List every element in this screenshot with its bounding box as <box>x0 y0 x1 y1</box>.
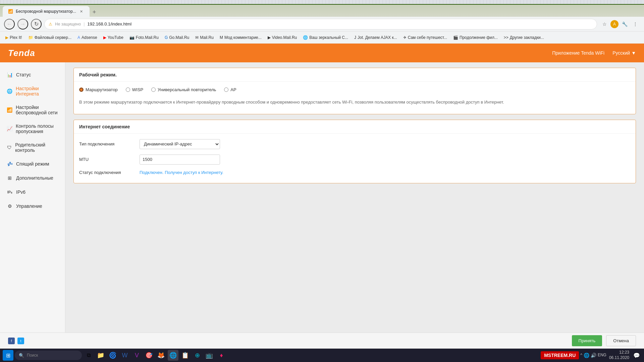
taskbar-explorer-button[interactable]: 📁 <box>95 350 106 361</box>
tab-favicon: 📶 <box>8 9 13 14</box>
bookmark-film[interactable]: 🎬 Продолжение фил... <box>450 34 500 41</box>
bookmark-more[interactable]: >> Другие закладки... <box>501 34 547 41</box>
bookmark-gomail[interactable]: G Go.Mail.Ru <box>162 34 192 41</box>
save-button[interactable]: Принять <box>572 335 602 346</box>
mode-ap-label[interactable]: AP <box>224 87 236 92</box>
explorer-icon: 📁 <box>97 352 104 359</box>
sidebar-item-bandwidth[interactable]: 📈 Контроль полосы пропускания <box>0 119 65 138</box>
taskbar-app10-button[interactable]: 📺 <box>204 350 215 361</box>
bookmark-star-icon[interactable]: ☆ <box>600 19 609 29</box>
address-bar[interactable]: ⚠ Не защищено | 192.168.0.1/index.html <box>44 19 597 29</box>
status-icon: 📊 <box>7 72 13 78</box>
sidebar-item-sleep[interactable]: 💤 Спящий режим <box>0 157 65 171</box>
sidebar-item-wifi[interactable]: 📶 Настройки беспроводной сети <box>0 101 65 119</box>
connection-type-select[interactable]: Динамический IP-адрес PPPoE Статический … <box>140 139 220 149</box>
ipv6-icon: IP₆ <box>7 189 13 195</box>
address-separator: | <box>84 21 85 26</box>
advanced-icon: ⊞ <box>7 175 13 181</box>
tenda-footer: f t Принять Отмена <box>0 333 644 349</box>
footer-social: f t <box>8 338 24 344</box>
profile-icon[interactable]: A <box>610 20 619 28</box>
mode-ap-radio[interactable] <box>224 87 228 92</box>
address-text: 192.168.0.1/index.html <box>88 21 132 26</box>
taskbar-edge-button[interactable]: 🌀 <box>107 350 118 361</box>
app8-icon: 📋 <box>181 352 189 359</box>
twitter-icon[interactable]: t <box>17 338 24 344</box>
taskbar-app9-button[interactable]: ⊕ <box>192 350 203 361</box>
mode-router-radio[interactable] <box>79 87 84 92</box>
task-view-button[interactable]: ⧉ <box>83 350 94 361</box>
sidebar-item-advanced[interactable]: ⊞ Дополнительные <box>0 171 65 185</box>
mtu-row: MTU <box>79 155 630 165</box>
footer-buttons: Принять Отмена <box>572 335 636 346</box>
working-mode-title: Рабочий режим. <box>74 68 636 82</box>
parental-icon: 🛡 <box>7 144 12 150</box>
main-content: Рабочий режим. Маршрутизатор WISP <box>65 62 644 333</box>
tenda-language-selector[interactable]: Русский ▼ <box>612 50 636 56</box>
taskbar-right: ^ 🌐 🔊 ENG 12:23 06.11.2020 💬 <box>580 350 641 360</box>
mode-wisp-radio[interactable] <box>126 87 130 92</box>
bookmark-mirror[interactable]: 🌐 Ваш зеркальный С... <box>300 34 351 41</box>
forward-button[interactable]: → <box>17 19 28 29</box>
sidebar-item-status[interactable]: 📊 Статус <box>0 68 65 82</box>
tab-close-button[interactable]: ✕ <box>79 9 84 14</box>
bookmark-travel[interactable]: ✈ Сам себе путешест... <box>400 34 450 41</box>
taskbar-app6-button[interactable]: 🦊 <box>156 350 166 361</box>
bookmark-file-server[interactable]: 📁 Файловый сервер... <box>25 34 74 41</box>
tray-arrow[interactable]: ^ <box>580 353 582 358</box>
taskbar-chrome-button[interactable]: 🌐 <box>168 350 178 361</box>
not-secure-label: Не защищено <box>55 22 81 26</box>
bookmark-youtube[interactable]: ▶ YouTube <box>101 34 126 41</box>
taskbar-time-display: 12:23 <box>609 350 629 355</box>
taskbar-app5-button[interactable]: 🎯 <box>144 350 154 361</box>
menu-icon[interactable]: ⋮ <box>631 19 640 29</box>
tenda-app-link[interactable]: Приложение Tenda WiFi <box>552 50 604 56</box>
taskbar-search[interactable]: 🔍 Поиск <box>15 351 82 360</box>
connection-type-row: Тип подключения Динамический IP-адрес PP… <box>79 139 630 149</box>
new-tab-button[interactable]: + <box>90 7 99 17</box>
mode-description: В этом режиме маршрутизатор подключается… <box>79 96 630 109</box>
start-button[interactable]: ⊞ <box>3 350 13 361</box>
taskbar-app11-button[interactable]: ♦ <box>216 350 227 361</box>
internet-icon: 🌐 <box>7 88 12 94</box>
sidebar-item-management[interactable]: ⚙ Управление <box>0 199 65 213</box>
connection-status-value: Подключен. Получен доступ к Интернету. <box>140 170 223 175</box>
veency-icon: V <box>135 352 139 359</box>
bandwidth-icon: 📈 <box>7 126 12 132</box>
taskbar: ⊞ 🔍 Поиск ⧉ 📁 🌀 W V 🎯 🦊 🌐 📋 ⊕ 📺 ♦ MSTRE <box>0 349 644 362</box>
volume-icon: 🔊 <box>591 353 596 358</box>
bookmark-youtube-label: YouTube <box>108 35 123 40</box>
active-tab[interactable]: 📶 Беспроводной маршрутизатор... ✕ <box>3 6 90 17</box>
mtu-input[interactable] <box>140 155 220 165</box>
bookmark-adsense[interactable]: A Adsense <box>75 34 100 41</box>
facebook-icon[interactable]: f <box>8 338 15 344</box>
sidebar-item-ipv6[interactable]: IP₆ IPv6 <box>0 185 65 199</box>
mode-repeater-radio[interactable] <box>151 87 156 92</box>
taskbar-veency-button[interactable]: V <box>131 350 142 361</box>
bookmark-foto[interactable]: 📷 Foto.Mail.Ru <box>127 34 161 41</box>
cancel-button[interactable]: Отмена <box>606 335 636 346</box>
app11-icon: ♦ <box>220 352 223 359</box>
taskbar-word-button[interactable]: W <box>119 350 130 361</box>
mode-router-label[interactable]: Маршрутизатор <box>79 87 118 92</box>
taskbar-app8-button[interactable]: 📋 <box>180 350 191 361</box>
app5-icon: 🎯 <box>145 352 153 359</box>
keyboard-lang[interactable]: ENG <box>598 353 606 358</box>
bookmark-mail[interactable]: ✉ Mail.Ru <box>193 34 216 41</box>
working-mode-section: Рабочий режим. Маршрутизатор WISP <box>73 68 636 114</box>
sidebar-item-internet[interactable]: 🌐 Настройки Интернета <box>0 82 65 101</box>
taskbar-date-display: 06.11.2020 <box>609 355 629 361</box>
extensions-icon[interactable]: 🔧 <box>620 19 629 29</box>
mode-wisp-label[interactable]: WISP <box>126 87 143 92</box>
notification-button[interactable]: 💬 <box>632 352 641 359</box>
bookmark-plex[interactable]: ▶ Plex It! <box>3 34 25 41</box>
word-icon: W <box>122 352 128 359</box>
mtu-label: MTU <box>79 157 140 162</box>
sidebar-item-parental[interactable]: 🛡 Родительский контроль <box>0 138 65 157</box>
bookmark-jot[interactable]: J Jot. Делаем AJAX к... <box>352 34 400 41</box>
bookmark-mod[interactable]: M Мод комментарие... <box>217 34 264 41</box>
back-button[interactable]: ← <box>4 19 15 29</box>
bookmark-videomail[interactable]: ▶ Video.Mail.Ru <box>265 34 300 41</box>
mode-repeater-label[interactable]: Универсальный повторитель <box>151 87 216 92</box>
reload-button[interactable]: ↻ <box>31 19 42 29</box>
